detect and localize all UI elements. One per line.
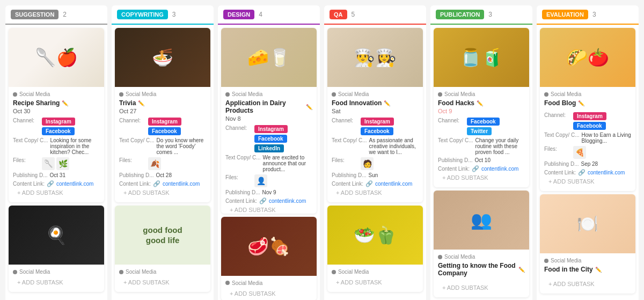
card-food-innovation-2[interactable]: 🥗🫑Social Media+ ADD SUBTASK bbox=[327, 206, 423, 292]
channel-label: Channel: bbox=[225, 125, 252, 131]
tag-facebook[interactable]: Facebook bbox=[42, 127, 75, 135]
column-header-copywriting: COPYWRITING3 bbox=[112, 5, 214, 25]
card-image-trivia-2: good foodgood life bbox=[115, 206, 210, 265]
card-image-dairy-products: 🧀🥛 bbox=[221, 28, 317, 87]
column-count-design: 4 bbox=[259, 11, 262, 18]
add-subtask-button[interactable]: + ADD SUBTASK bbox=[438, 282, 525, 293]
add-subtask-button[interactable]: + ADD SUBTASK bbox=[13, 277, 100, 288]
content-link-value[interactable]: contentlink.com bbox=[269, 198, 306, 204]
file-thumb[interactable]: 👤 bbox=[254, 174, 267, 187]
tag-facebook[interactable]: Facebook bbox=[361, 127, 393, 135]
edit-icon[interactable]: ✏️ bbox=[62, 100, 68, 106]
card-food-blog[interactable]: 🌮🍅Social MediaFood Blog ✏️Channel:Instag… bbox=[540, 28, 635, 191]
card-content-trivia: Social MediaTrivia ✏️Oct 27Channel:Insta… bbox=[115, 87, 210, 202]
files-label: Files: bbox=[332, 157, 358, 163]
card-trivia[interactable]: 🍜Social MediaTrivia ✏️Oct 27Channel:Inst… bbox=[115, 28, 210, 202]
link-icon: 🔗 bbox=[578, 169, 586, 176]
add-subtask-button[interactable]: + ADD SUBTASK bbox=[225, 204, 312, 214]
card-image-trivia: 🍜 bbox=[115, 28, 210, 87]
content-link-row: Content Link: 🔗 contentlink.com bbox=[544, 169, 631, 176]
card-food-hacks[interactable]: 🫙🧃Social MediaFood Hacks ✏️Oct 9Channel:… bbox=[434, 28, 529, 187]
tag-instagram[interactable]: Instagram bbox=[361, 118, 394, 126]
add-subtask-button[interactable]: + ADD SUBTASK bbox=[225, 288, 312, 299]
tag-facebook[interactable]: Facebook bbox=[467, 118, 500, 126]
add-subtask-button[interactable]: + ADD SUBTASK bbox=[119, 277, 206, 288]
add-subtask-button[interactable]: + ADD SUBTASK bbox=[544, 279, 631, 289]
card-title: Application in Dairy Products ✏️ bbox=[225, 99, 312, 114]
publishing-date-value: Nov 9 bbox=[262, 189, 312, 195]
add-subtask-button[interactable]: + ADD SUBTASK bbox=[332, 277, 419, 288]
column-badge-qa: QA bbox=[330, 10, 347, 19]
channel-label: Channel: bbox=[13, 118, 40, 123]
card-food-city[interactable]: 🍽️Social MediaFood in the City ✏️+ ADD S… bbox=[540, 194, 635, 294]
tag-instagram[interactable]: Instagram bbox=[148, 118, 181, 126]
card-category: Social Media bbox=[332, 269, 419, 275]
publishing-date-label: Publishing D... bbox=[119, 172, 153, 178]
file-thumb[interactable]: 🍕 bbox=[573, 146, 586, 159]
text-copy-row: Text Copy/ C...Change your daily routine… bbox=[438, 137, 525, 155]
column-header-qa: QA5 bbox=[324, 5, 426, 25]
file-thumb[interactable]: 🍂 bbox=[148, 157, 161, 170]
publishing-date-row: Publishing D...Nov 9 bbox=[225, 189, 312, 195]
edit-icon[interactable]: ✏️ bbox=[595, 267, 602, 273]
tag-linkedin[interactable]: LinkedIn bbox=[254, 144, 284, 152]
card-date: Oct 9 bbox=[438, 108, 525, 114]
tag-instagram[interactable]: Instagram bbox=[573, 112, 606, 120]
card-getting-to-know[interactable]: 👥Social MediaGetting to know the Food Co… bbox=[434, 191, 529, 297]
content-link-value[interactable]: contentlink.com bbox=[588, 170, 625, 175]
card-image-recipe-sharing: 🥄🍎 bbox=[9, 28, 104, 87]
card-recipe-sharing[interactable]: 🥄🍎Social MediaRecipe Sharing ✏️Oct 30Cha… bbox=[9, 28, 104, 202]
card-date: Oct 27 bbox=[119, 108, 206, 114]
tag-facebook[interactable]: Facebook bbox=[254, 135, 287, 143]
column-evaluation: EVALUATION3🌮🍅Social MediaFood Blog ✏️Cha… bbox=[537, 5, 639, 300]
content-link-value[interactable]: contentlink.com bbox=[56, 181, 93, 187]
card-content-food-blog: Social MediaFood Blog ✏️Channel:Instagra… bbox=[540, 87, 635, 191]
tag-instagram[interactable]: Instagram bbox=[42, 118, 75, 126]
text-copy-value: Change your daily routine with these pro… bbox=[475, 137, 525, 155]
add-subtask-button[interactable]: + ADD SUBTASK bbox=[438, 172, 525, 183]
content-link-row: Content Link: 🔗 contentlink.com bbox=[225, 197, 312, 204]
edit-icon[interactable]: ✏️ bbox=[477, 100, 483, 106]
content-link-value[interactable]: contentlink.com bbox=[481, 166, 518, 172]
card-food-innovation[interactable]: 👨‍🍳👩‍🍳Social MediaFood Innovation ✏️SatC… bbox=[327, 28, 423, 202]
add-subtask-button[interactable]: + ADD SUBTASK bbox=[332, 187, 419, 198]
column-badge-design: DESIGN bbox=[223, 10, 254, 19]
file-thumb[interactable]: 🧑 bbox=[361, 157, 374, 170]
add-subtask-button[interactable]: + ADD SUBTASK bbox=[544, 176, 631, 187]
text-copy-value: As passionate and creative individuals, … bbox=[369, 137, 419, 155]
card-recipe-sharing-2[interactable]: 🍳Social Media+ ADD SUBTASK bbox=[9, 206, 104, 292]
tag-facebook[interactable]: Facebook bbox=[148, 127, 181, 135]
column-header-evaluation: EVALUATION3 bbox=[537, 5, 639, 25]
card-dairy-products[interactable]: 🧀🥛Social MediaApplication in Dairy Produ… bbox=[221, 28, 317, 214]
add-subtask-button[interactable]: + ADD SUBTASK bbox=[13, 187, 100, 198]
channel-label: Channel: bbox=[119, 118, 146, 123]
edit-icon[interactable]: ✏️ bbox=[518, 267, 525, 273]
card-trivia-2[interactable]: good foodgood lifeSocial Media+ ADD SUBT… bbox=[115, 206, 210, 292]
content-link-label: Content Link: bbox=[225, 198, 257, 204]
tag-instagram[interactable]: Instagram bbox=[254, 125, 288, 133]
card-category: Social Media bbox=[544, 91, 631, 97]
card-channel-row: Channel:InstagramFacebook bbox=[13, 118, 100, 135]
tag-twitter[interactable]: Twitter bbox=[467, 127, 492, 135]
edit-icon[interactable]: ✏️ bbox=[578, 100, 584, 106]
add-subtask-button[interactable]: + ADD SUBTASK bbox=[119, 187, 206, 198]
edit-icon[interactable]: ✏️ bbox=[306, 104, 312, 110]
tag-facebook[interactable]: Facebook bbox=[573, 122, 606, 130]
edit-icon[interactable]: ✏️ bbox=[138, 100, 144, 106]
category-dot bbox=[225, 92, 230, 97]
content-link-value[interactable]: contentlink.com bbox=[375, 181, 412, 187]
text-copy-row: Text Copy/ C...We are excited to announc… bbox=[225, 155, 312, 172]
files-label: Files: bbox=[119, 157, 146, 163]
text-copy-label: Text Copy/ C... bbox=[225, 155, 261, 160]
category-dot bbox=[13, 270, 17, 274]
file-thumb[interactable]: 🌿 bbox=[56, 157, 69, 170]
card-image-dairy-2: 🥩🍖 bbox=[221, 217, 317, 276]
card-dairy-2[interactable]: 🥩🍖Social Media+ ADD SUBTASK bbox=[221, 217, 317, 300]
text-copy-label: Text Copy/ C... bbox=[544, 132, 580, 138]
edit-icon[interactable]: ✏️ bbox=[384, 100, 390, 106]
link-icon: 🔗 bbox=[259, 197, 267, 204]
file-thumb[interactable]: 🥄 bbox=[42, 157, 55, 170]
column-count-qa: 5 bbox=[352, 11, 355, 18]
link-icon: 🔗 bbox=[365, 180, 373, 187]
content-link-value[interactable]: contentlink.com bbox=[163, 181, 200, 187]
